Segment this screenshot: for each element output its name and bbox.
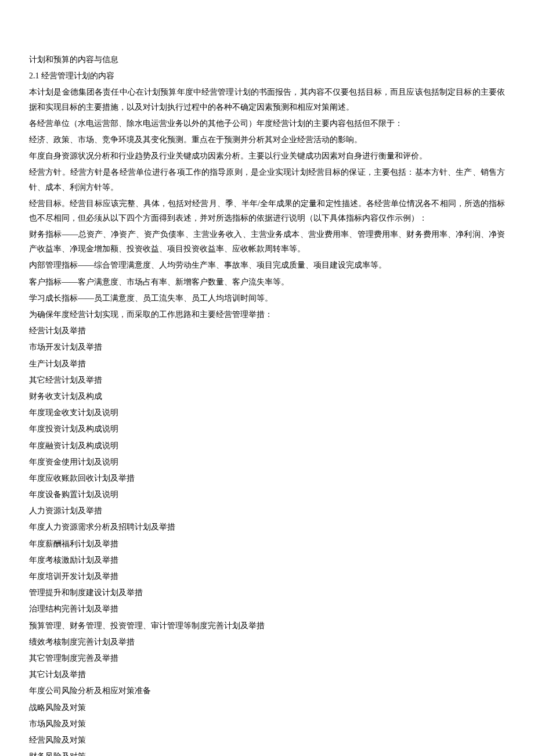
paragraph-line: 学习成长指标——员工满意度、员工流失率、员工人均培训时间等。 [29,291,505,305]
paragraph-line: 预算管理、财务管理、投资管理、审计管理等制度完善计划及举措 [29,618,505,633]
paragraph-line: 为确保年度经营计划实现，而采取的工作思路和主要经营管理举措： [29,307,505,322]
paragraph-line: 年度公司风险分析及相应对策准备 [29,683,505,698]
paragraph-line: 年度融资计划及构成说明 [29,438,505,453]
paragraph-line: 年度设备购置计划及说明 [29,487,505,502]
paragraph-line: 年度投资计划及构成说明 [29,422,505,436]
paragraph-line: 经济、政策、市场、竞争环境及其变化预测。重点在于预测并分析其对企业经营活动的影响… [29,132,505,147]
paragraph-line: 年度资金使用计划及说明 [29,455,505,469]
paragraph-line: 生产计划及举措 [29,357,505,371]
paragraph-line: 市场开发计划及举措 [29,340,505,354]
document-body: 计划和预算的内容与信息 2.1 经营管理计划的内容 本计划是金德集团各责任中心在… [29,52,505,756]
paragraph-line: 其它计划及举措 [29,667,505,682]
paragraph-line: 经营风险及对策 [29,733,505,747]
paragraph-line: 年度自身资源状况分析和行业趋势及行业关键成功因素分析。主要以行业关键成功因素对自… [29,149,505,163]
paragraph-line: 战略风险及对策 [29,700,505,715]
paragraph-line: 年度现金收支计划及说明 [29,405,505,420]
paragraph-line: 其它经营计划及举措 [29,373,505,387]
document-title: 计划和预算的内容与信息 [29,52,505,67]
paragraph-line: 年度培训开发计划及举措 [29,569,505,584]
paragraph-line: 年度考核激励计划及举措 [29,553,505,567]
paragraph-line: 经营目标。经营目标应该完整、具体，包括对经营月、季、半年/全年成果的定量和定性描… [29,196,505,225]
paragraph-line: 市场风险及对策 [29,717,505,731]
section-heading: 2.1 经营管理计划的内容 [29,69,505,83]
paragraph-line: 管理提升和制度建设计划及举措 [29,585,505,600]
paragraph-line: 各经营单位（水电运营部、除水电运营业务以外的其他子公司）年度经营计划的主要内容包… [29,116,505,131]
paragraph-line: 年度人力资源需求分析及招聘计划及举措 [29,520,505,534]
paragraph-line: 经营计划及举措 [29,323,505,338]
paragraph-line: 财务风险及对策 [29,749,505,756]
paragraph-line: 本计划是金德集团各责任中心在计划预算年度中经营管理计划的书面报告，其内容不仅要包… [29,85,505,114]
paragraph-line: 客户指标——客户满意度、市场占有率、新增客户数量、客户流失率等。 [29,275,505,289]
paragraph-line: 年度薪酬福利计划及举措 [29,537,505,551]
paragraph-line: 治理结构完善计划及举措 [29,602,505,616]
paragraph-line: 年度应收账款回收计划及举措 [29,471,505,485]
paragraph-line: 人力资源计划及举措 [29,503,505,518]
paragraph-line: 内部管理指标——综合管理满意度、人均劳动生产率、事故率、项目完成质量、项目建设完… [29,258,505,272]
paragraph-line: 经营方针。经营方针是各经营单位进行各项工作的指导原则，是企业实现计划经营目标的保… [29,165,505,194]
paragraph-line: 绩效考核制度完善计划及举措 [29,635,505,649]
paragraph-line: 财务收支计划及构成 [29,389,505,404]
paragraph-line: 财务指标——总资产、净资产、资产负债率、主营业务收入、主营业务成本、营业费用率、… [29,227,505,256]
paragraph-line: 其它管理制度完善及举措 [29,651,505,665]
